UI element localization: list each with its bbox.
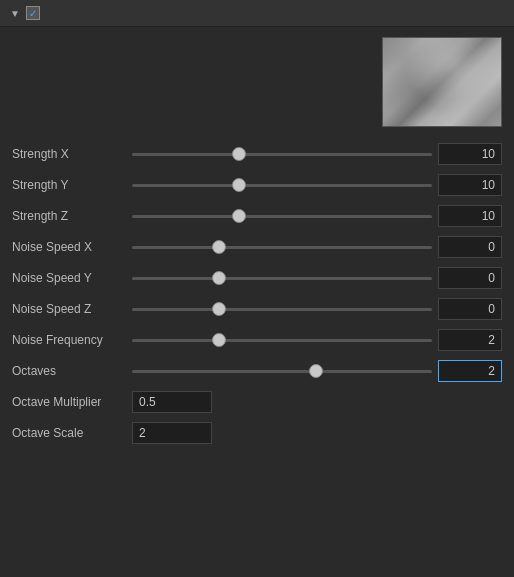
param-label-noise_speed_y: Noise Speed Y <box>12 271 132 285</box>
input-rows: Octave MultiplierOctave Scale <box>12 389 502 446</box>
input-label-octave_scale: Octave Scale <box>12 426 132 440</box>
noise-preview-section <box>12 37 502 127</box>
input-label-octave_multiplier: Octave Multiplier <box>12 395 132 409</box>
slider-noise_speed_y[interactable] <box>132 277 432 280</box>
value-box-strength_y[interactable]: 10 <box>438 174 502 196</box>
param-label-octaves: Octaves <box>12 364 132 378</box>
input-field-octave_scale[interactable] <box>132 422 212 444</box>
collapse-icon[interactable]: ▼ <box>10 8 20 19</box>
slider-wrapper-noise_speed_z <box>132 299 432 319</box>
value-box-strength_z[interactable]: 10 <box>438 205 502 227</box>
checkmark-icon: ✓ <box>29 8 37 19</box>
slider-strength_z[interactable] <box>132 215 432 218</box>
slider-wrapper-octaves <box>132 361 432 381</box>
value-box-strength_x[interactable]: 10 <box>438 143 502 165</box>
slider-rows: Strength X10Strength Y10Strength Z10Nois… <box>12 141 502 384</box>
slider-wrapper-strength_y <box>132 175 432 195</box>
value-box-noise_speed_z[interactable]: 0 <box>438 298 502 320</box>
input-field-octave_multiplier[interactable] <box>132 391 212 413</box>
input-row-octave_multiplier: Octave Multiplier <box>12 389 502 415</box>
param-row-noise_frequency: Noise Frequency2 <box>12 327 502 353</box>
value-box-noise_speed_y[interactable]: 0 <box>438 267 502 289</box>
enable-checkbox[interactable]: ✓ <box>26 6 40 20</box>
param-label-noise_speed_z: Noise Speed Z <box>12 302 132 316</box>
param-row-noise_speed_y: Noise Speed Y0 <box>12 265 502 291</box>
slider-noise_speed_z[interactable] <box>132 308 432 311</box>
param-row-strength_x: Strength X10 <box>12 141 502 167</box>
param-row-strength_y: Strength Y10 <box>12 172 502 198</box>
param-row-noise_speed_x: Noise Speed X0 <box>12 234 502 260</box>
input-row-octave_scale: Octave Scale <box>12 420 502 446</box>
module-body: Strength X10Strength Y10Strength Z10Nois… <box>0 27 514 461</box>
slider-octaves[interactable] <box>132 370 432 373</box>
param-row-octaves: Octaves2 <box>12 358 502 384</box>
noise-preview-canvas <box>382 37 502 127</box>
slider-strength_x[interactable] <box>132 153 432 156</box>
param-row-strength_z: Strength Z10 <box>12 203 502 229</box>
slider-noise_speed_x[interactable] <box>132 246 432 249</box>
param-label-noise_frequency: Noise Frequency <box>12 333 132 347</box>
param-label-noise_speed_x: Noise Speed X <box>12 240 132 254</box>
slider-wrapper-strength_x <box>132 144 432 164</box>
param-label-strength_z: Strength Z <box>12 209 132 223</box>
slider-strength_y[interactable] <box>132 184 432 187</box>
module-container: ▼ ✓ Strength X10Strength Y10Strength Z10… <box>0 0 514 461</box>
value-box-octaves[interactable]: 2 <box>438 360 502 382</box>
param-label-strength_y: Strength Y <box>12 178 132 192</box>
value-box-noise_speed_x[interactable]: 0 <box>438 236 502 258</box>
slider-wrapper-strength_z <box>132 206 432 226</box>
slider-wrapper-noise_speed_x <box>132 237 432 257</box>
slider-wrapper-noise_frequency <box>132 330 432 350</box>
module-header: ▼ ✓ <box>0 0 514 27</box>
param-label-strength_x: Strength X <box>12 147 132 161</box>
value-box-noise_frequency[interactable]: 2 <box>438 329 502 351</box>
slider-noise_frequency[interactable] <box>132 339 432 342</box>
param-row-noise_speed_z: Noise Speed Z0 <box>12 296 502 322</box>
slider-wrapper-noise_speed_y <box>132 268 432 288</box>
